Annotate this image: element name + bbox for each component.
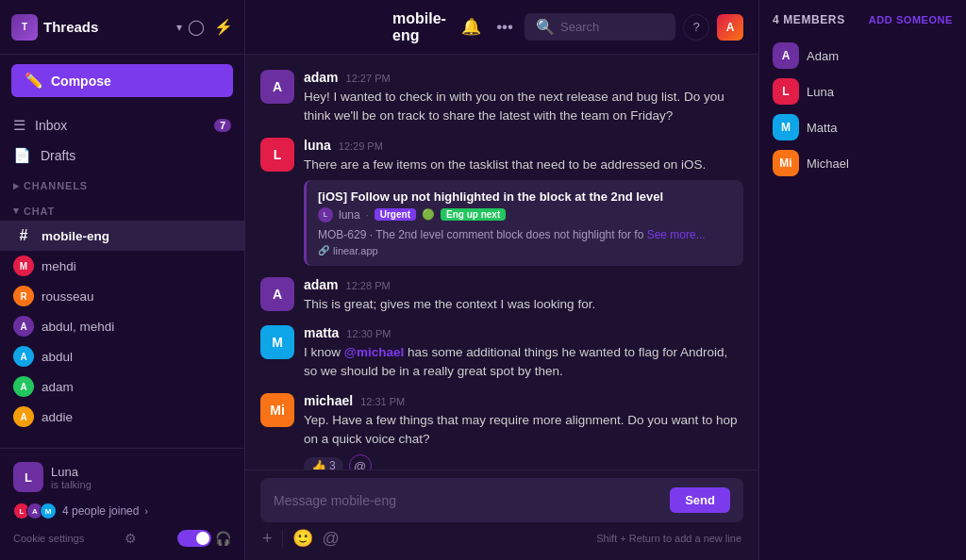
sidebar-item-mehdi[interactable]: M mehdi: [0, 251, 244, 281]
channel-name: mobile-eng: [392, 10, 450, 44]
send-button[interactable]: Send: [670, 487, 730, 513]
message-time: 12:30 PM: [346, 328, 391, 339]
member-name: Michael: [807, 156, 849, 171]
member-avatar: A: [773, 42, 799, 69]
thread-link-text: linear.app: [333, 245, 378, 256]
message-group: A adam 12:28 PM This is great; gives me …: [260, 273, 743, 318]
emoji-icon[interactable]: 🙂: [292, 528, 313, 549]
sidebar-item-abdul[interactable]: A abdul: [0, 341, 244, 371]
avatar: A: [13, 316, 34, 337]
message-content: luna 12:29 PM There are a few items on t…: [304, 138, 743, 266]
gear-icon[interactable]: ⚙: [125, 531, 137, 546]
notification-bell-button[interactable]: 🔔: [458, 13, 485, 41]
user-status: is talking: [51, 479, 92, 490]
thread-dot: 🟢: [422, 208, 435, 221]
member-name: Matta: [807, 121, 838, 135]
thread-author-avatar: L: [318, 207, 333, 222]
reaction-mention[interactable]: @: [349, 454, 372, 469]
message-author: adam: [304, 70, 339, 85]
mention-icon[interactable]: @: [323, 529, 340, 549]
message-content: adam 12:28 PM This is great; gives me th…: [304, 277, 743, 314]
more-options-button[interactable]: •••: [492, 14, 517, 41]
chevron-down-icon: ▾: [13, 205, 20, 217]
chevron-right-icon: ›: [144, 506, 147, 517]
member-name: Adam: [807, 49, 839, 63]
chat-list: # mobile-eng M mehdi R rousseau A abdul,…: [0, 221, 244, 432]
chevron-right-icon: ▶: [13, 182, 20, 190]
people-joined-label: 4 people joined: [62, 504, 139, 518]
message-author: matta: [304, 325, 339, 340]
sidebar-item-mobile-eng[interactable]: # mobile-eng: [0, 221, 244, 251]
channels-section-label: ▶ CHANNELS: [0, 174, 244, 195]
member-item[interactable]: L Luna: [773, 74, 953, 109]
members-list: A Adam L Luna M Matta Mi Michael: [773, 38, 953, 181]
link-icon: 🔗: [318, 245, 329, 255]
thread-link[interactable]: 🔗 linear.app: [318, 245, 732, 256]
inbox-icon: ☰: [13, 117, 25, 134]
sidebar-header-actions: ◯ ⚡: [188, 18, 233, 36]
history-icon[interactable]: ◯: [188, 18, 205, 36]
add-someone-button[interactable]: ADD SOMEONE: [869, 14, 953, 25]
toggle-group: 🎧: [177, 530, 231, 547]
current-user-avatar[interactable]: A: [717, 14, 743, 41]
reaction-thumbsup[interactable]: 👍 3: [304, 457, 343, 470]
avatar: L: [260, 138, 294, 172]
thread-meta: L luna · Urgent 🟢 Eng up next: [318, 207, 732, 222]
avatar: A: [260, 70, 294, 104]
sidebar-bottom: L Luna is talking L A M 4 people joined …: [0, 448, 244, 560]
message-input-box: Send: [260, 478, 743, 522]
headphone-icon[interactable]: 🎧: [215, 531, 231, 546]
member-item[interactable]: Mi Michael: [773, 145, 953, 181]
plus-icon[interactable]: +: [262, 529, 273, 549]
right-sidebar: 4 MEMBERS ADD SOMEONE A Adam L Luna M Ma…: [758, 0, 966, 560]
avatar: A: [260, 277, 294, 311]
sidebar-item-drafts[interactable]: 📄 Drafts: [0, 140, 244, 171]
member-avatar: L: [773, 78, 799, 105]
avatar: A: [13, 376, 34, 397]
flash-icon[interactable]: ⚡: [214, 18, 233, 36]
search-box[interactable]: 🔍 Search: [525, 13, 675, 41]
cookie-settings-row: Cookie settings ⚙ 🎧: [11, 524, 233, 552]
main-area: mobile-eng 🔔 ••• 🔍 Search ? A A adam: [245, 0, 758, 560]
user-name: Luna: [51, 465, 92, 479]
avatar: A: [13, 346, 34, 367]
message-text: Yep. Have a few things that may require …: [304, 411, 743, 450]
sidebar-header: T Threads ▾ ◯ ⚡: [0, 0, 244, 55]
chevron-down-icon[interactable]: ▾: [176, 21, 182, 34]
avatar: M: [40, 502, 57, 519]
input-hint: Shift + Return to add a new line: [596, 533, 741, 544]
badge-eng: Eng up next: [441, 208, 506, 221]
message-author: michael: [304, 393, 353, 408]
sidebar-item-addie[interactable]: A addie: [0, 402, 244, 432]
cookie-settings-label[interactable]: Cookie settings: [13, 533, 84, 544]
people-joined-item[interactable]: L A M 4 people joined ›: [11, 498, 233, 524]
chat-section-label[interactable]: ▾ CHAT: [0, 195, 244, 221]
thread-body: MOB-629 · The 2nd level comment block do…: [318, 228, 732, 241]
sidebar-item-abdul-mehdi[interactable]: A abdul, mehdi: [0, 311, 244, 341]
message-input[interactable]: [274, 493, 662, 508]
user-status-item[interactable]: L Luna is talking: [11, 456, 233, 498]
avatar: M: [260, 325, 294, 359]
help-button[interactable]: ?: [683, 14, 709, 41]
message-group: M matta 12:30 PM I know @michael has som…: [260, 321, 743, 386]
compose-button[interactable]: ✏️ Compose: [11, 64, 233, 97]
sidebar-item-adam[interactable]: A adam: [0, 371, 244, 402]
avatars-stack: L A M: [13, 502, 57, 519]
see-more-link[interactable]: See more...: [647, 228, 706, 241]
nav-items: ☰ Inbox 7 📄 Drafts: [0, 107, 244, 174]
sidebar-item-rousseau[interactable]: R rousseau: [0, 281, 244, 311]
member-item[interactable]: M Matta: [773, 109, 953, 145]
member-item[interactable]: A Adam: [773, 38, 953, 74]
mention: @michael: [344, 345, 404, 359]
search-icon: 🔍: [536, 18, 555, 36]
sidebar-item-inbox[interactable]: ☰ Inbox 7: [0, 110, 244, 140]
toggle-switch[interactable]: [177, 530, 211, 547]
workspace-name: Threads: [43, 19, 171, 35]
thread-block[interactable]: [iOS] Follow up not highlighted in the b…: [304, 180, 743, 266]
workspace-icon: T: [11, 14, 38, 41]
app-container: T Threads ▾ ◯ ⚡ ✏️ Compose ☰ Inbox 7 📄 D…: [0, 0, 966, 560]
messages-area[interactable]: A adam 12:27 PM Hey! I wanted to check i…: [245, 55, 758, 469]
message-group: L luna 12:29 PM There are a few items on…: [260, 134, 743, 270]
channel-icon: #: [13, 225, 34, 246]
thumbsup-emoji: 👍: [311, 459, 326, 470]
